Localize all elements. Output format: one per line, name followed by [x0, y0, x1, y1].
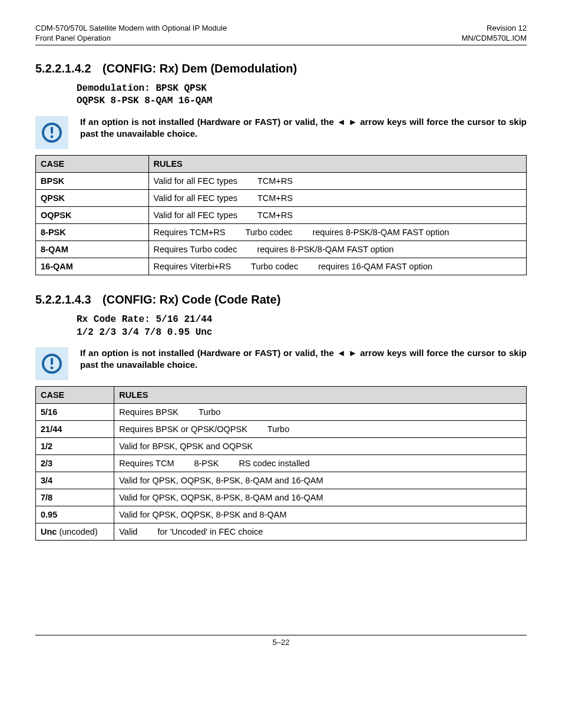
- header-left-line2: Front Panel Operation: [35, 34, 227, 44]
- case-cell: 7/8: [36, 489, 114, 506]
- table-row: 5/16Requires BPSKTurbo: [36, 404, 527, 421]
- rule-part: requires 16-QAM FAST option: [318, 262, 432, 271]
- case-cell: OQPSK: [36, 206, 149, 223]
- rule-part: Valid for QPSK, OQPSK, 8-PSK, 8-QAM and …: [119, 493, 323, 502]
- table-row: 0.95Valid for QPSK, OQPSK, 8-PSK and 8-Q…: [36, 506, 527, 523]
- lcd-display-demodulation: Demodulation: BPSK QPSK OQPSK 8-PSK 8-QA…: [77, 83, 527, 108]
- table-header-case: CASE: [36, 155, 149, 172]
- header-right-line2: MN/CDM570L.IOM: [461, 34, 527, 44]
- rule-part: 8-PSK: [194, 459, 219, 468]
- svg-point-5: [51, 367, 54, 370]
- rule-part: requires 8-PSK/8-QAM FAST option: [257, 245, 394, 254]
- rule-part: RS codec installed: [239, 459, 309, 468]
- table-header-case: CASE: [36, 387, 114, 404]
- important-icon: [35, 116, 68, 149]
- table-header-rules: RULES: [114, 387, 527, 404]
- header-right-line1: Revision 12: [461, 24, 527, 34]
- rules-cell: Valid for QPSK, OQPSK, 8-PSK and 8-QAM: [114, 506, 527, 523]
- case-cell: 1/2: [36, 438, 114, 455]
- rule-part: Requires BPSK or QPSK/OQPSK: [119, 424, 247, 434]
- page-footer: 5–22: [35, 635, 527, 647]
- rule-part: Valid for all FEC types: [154, 176, 237, 186]
- table-row: QPSKValid for all FEC typesTCM+RS: [36, 189, 527, 206]
- table-row: 8-PSKRequires TCM+RSTurbo codecrequires …: [36, 223, 527, 241]
- case-cell: 16-QAM: [36, 258, 149, 275]
- rule-part: Turbo codec: [245, 228, 292, 237]
- header-left-line1: CDM-570/570L Satellite Modem with Option…: [35, 24, 227, 34]
- code-line: 1/2 2/3 3/4 7/8 0.95 Unc: [77, 327, 527, 340]
- section-heading-code-rate: 5.2.2.1.4.3 (CONFIG: Rx) Code (Code Rate…: [35, 293, 527, 307]
- rules-cell: Valid for all FEC typesTCM+RS: [148, 172, 526, 189]
- rule-part: Valid for QPSK, OQPSK, 8-PSK and 8-QAM: [119, 510, 286, 519]
- rule-part: Valid for all FEC types: [154, 210, 237, 220]
- case-cell: 2/3: [36, 455, 114, 472]
- table-row: 16-QAMRequires Viterbi+RSTurbo codecrequ…: [36, 258, 527, 275]
- section-number: 5.2.2.1.4.3: [35, 293, 91, 306]
- code-line: Demodulation: BPSK QPSK: [77, 83, 527, 95]
- notice-text: If an option is not installed (Hardware …: [80, 116, 527, 140]
- rule-part: requires 8-PSK/8-QAM FAST option: [312, 228, 449, 237]
- case-cell: 8-QAM: [36, 241, 149, 258]
- rules-cell: Valid for all FEC typesTCM+RS: [148, 189, 526, 206]
- rules-cell: Requires Viterbi+RSTurbo codecrequires 1…: [148, 258, 526, 275]
- rules-cell: Requires BPSKTurbo: [114, 404, 527, 421]
- rules-cell: Requires TCM8-PSKRS codec installed: [114, 455, 527, 472]
- table-row: 8-QAMRequires Turbo codecrequires 8-PSK/…: [36, 241, 527, 258]
- code-rate-rules-table: CASE RULES 5/16Requires BPSKTurbo21/44Re…: [35, 386, 527, 541]
- table-row: 21/44Requires BPSK or QPSK/OQPSKTurbo: [36, 421, 527, 438]
- table-row: OQPSKValid for all FEC typesTCM+RS: [36, 206, 527, 223]
- svg-rect-4: [51, 358, 53, 365]
- rule-part: Valid for QPSK, OQPSK, 8-PSK, 8-QAM and …: [119, 476, 323, 485]
- rules-cell: Valid for BPSK, QPSK and OQPSK: [114, 438, 527, 455]
- table-row: Unc (uncoded)Validfor 'Uncoded' in FEC c…: [36, 523, 527, 541]
- page-number: 5–22: [273, 638, 290, 647]
- rule-part: Requires BPSK: [119, 407, 178, 417]
- table-row: 2/3Requires TCM8-PSKRS codec installed: [36, 455, 527, 472]
- rule-part: Requires Turbo codec: [154, 245, 237, 254]
- rules-cell: Requires TCM+RSTurbo codecrequires 8-PSK…: [148, 223, 526, 241]
- table-row: BPSKValid for all FEC typesTCM+RS: [36, 172, 527, 189]
- case-cell: 3/4: [36, 472, 114, 489]
- table-row: 3/4Valid for QPSK, OQPSK, 8-PSK, 8-QAM a…: [36, 472, 527, 489]
- svg-point-2: [51, 136, 54, 139]
- demodulation-rules-table: CASE RULES BPSKValid for all FEC typesTC…: [35, 155, 527, 275]
- case-cell: 8-PSK: [36, 223, 149, 241]
- important-notice: If an option is not installed (Hardware …: [35, 116, 527, 149]
- case-cell: QPSK: [36, 189, 149, 206]
- rules-cell: Validfor 'Uncoded' in FEC choice: [114, 523, 527, 541]
- rule-part: Turbo: [199, 407, 220, 417]
- case-cell: BPSK: [36, 172, 149, 189]
- rules-cell: Requires BPSK or QPSK/OQPSKTurbo: [114, 421, 527, 438]
- lcd-display-code-rate: Rx Code Rate: 5/16 21/44 1/2 2/3 3/4 7/8…: [77, 314, 527, 339]
- case-cell: 0.95: [36, 506, 114, 523]
- rule-part: Valid for all FEC types: [154, 193, 237, 203]
- section-heading-demodulation: 5.2.2.1.4.2 (CONFIG: Rx) Dem (Demodulati…: [35, 62, 527, 75]
- rule-part: Requires Viterbi+RS: [154, 262, 232, 271]
- code-line: OQPSK 8-PSK 8-QAM 16-QAM: [77, 95, 527, 108]
- rule-part: Turbo: [267, 424, 289, 434]
- section-title: (CONFIG: Rx) Dem (Demodulation): [103, 62, 297, 75]
- section-title: (CONFIG: Rx) Code (Code Rate): [103, 293, 280, 306]
- rules-cell: Valid for QPSK, OQPSK, 8-PSK, 8-QAM and …: [114, 489, 527, 506]
- rule-part: TCM+RS: [257, 193, 293, 203]
- rule-part: TCM+RS: [257, 210, 293, 220]
- important-icon: [35, 347, 68, 380]
- rule-part: Requires TCM: [119, 459, 174, 468]
- rule-part: Valid: [119, 527, 137, 536]
- rule-part: for 'Uncoded' in FEC choice: [157, 527, 263, 536]
- page-header: CDM-570/570L Satellite Modem with Option…: [35, 24, 527, 45]
- code-line: Rx Code Rate: 5/16 21/44: [77, 314, 527, 327]
- rules-cell: Valid for all FEC typesTCM+RS: [148, 206, 526, 223]
- case-cell: 5/16: [36, 404, 114, 421]
- svg-rect-1: [51, 127, 53, 134]
- important-notice: If an option is not installed (Hardware …: [35, 347, 527, 380]
- notice-text: If an option is not installed (Hardware …: [80, 347, 527, 371]
- rule-part: Valid for BPSK, QPSK and OQPSK: [119, 442, 253, 451]
- rule-part: Turbo codec: [251, 262, 298, 271]
- rules-cell: Requires Turbo codecrequires 8-PSK/8-QAM…: [148, 241, 526, 258]
- rule-part: Requires TCM+RS: [154, 228, 226, 237]
- case-cell: Unc (uncoded): [36, 523, 114, 541]
- table-row: 1/2Valid for BPSK, QPSK and OQPSK: [36, 438, 527, 455]
- rules-cell: Valid for QPSK, OQPSK, 8-PSK, 8-QAM and …: [114, 472, 527, 489]
- case-cell: 21/44: [36, 421, 114, 438]
